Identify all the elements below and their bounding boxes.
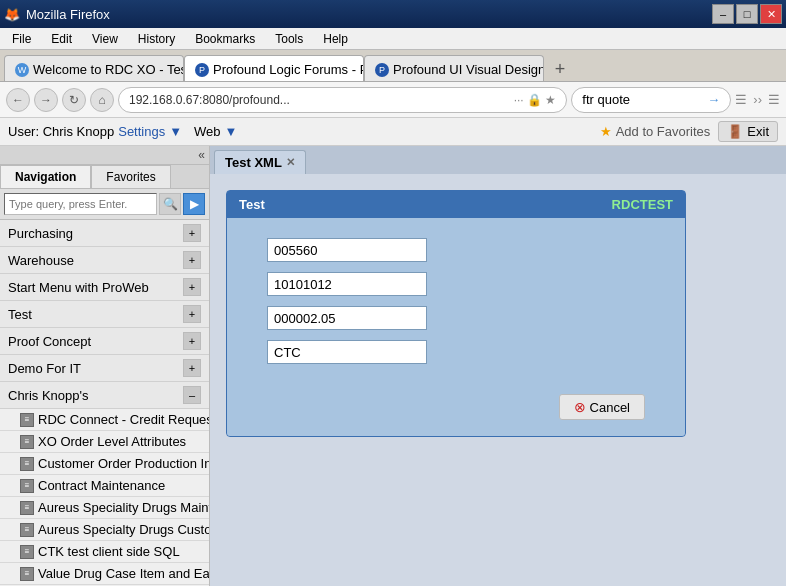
nav-group-warehouse[interactable]: Warehouse +	[0, 247, 209, 274]
form-field-3[interactable]: 000002.05	[267, 306, 427, 330]
menu-bookmarks[interactable]: Bookmarks	[187, 30, 263, 48]
nav-group-chris-knopp-expand[interactable]: –	[183, 386, 201, 404]
minimize-button[interactable]: –	[712, 4, 734, 24]
window-title: Mozilla Firefox	[26, 7, 110, 22]
list-item-xo-order[interactable]: ≡ XO Order Level Attributes	[0, 431, 209, 453]
add-to-favorites-button[interactable]: ★ Add to Favorites	[600, 124, 711, 139]
nav-group-start-menu-expand[interactable]: +	[183, 278, 201, 296]
browser-tab-profound[interactable]: P Profound Logic Forums - Post ✕	[184, 55, 364, 81]
nav-group-start-menu[interactable]: Start Menu with ProWeb +	[0, 274, 209, 301]
nav-group-test-expand[interactable]: +	[183, 305, 201, 323]
tab-favorites[interactable]: Favorites	[91, 165, 170, 188]
nav-group-warehouse-label: Warehouse	[8, 253, 74, 268]
menu-history[interactable]: History	[130, 30, 183, 48]
content-tab-bar: Test XML ✕	[210, 146, 786, 174]
web-button[interactable]: Web	[194, 124, 221, 139]
content-tab-testxml[interactable]: Test XML ✕	[214, 150, 306, 174]
search-arrow-icon: →	[707, 92, 720, 107]
nav-group-proof-concept[interactable]: Proof Concept +	[0, 328, 209, 355]
nav-group-demo-for-it[interactable]: Demo For IT +	[0, 355, 209, 382]
form-field-2[interactable]: 10101012	[267, 272, 427, 296]
nav-group-proof-concept-expand[interactable]: +	[183, 332, 201, 350]
list-item-value-drug-case[interactable]: ≡ Value Drug Case Item and Eac	[0, 563, 209, 585]
search-submit-button[interactable]: 🔍	[159, 193, 181, 215]
new-tab-button[interactable]: +	[548, 57, 572, 81]
tab-navigation[interactable]: Navigation	[0, 165, 91, 188]
address-box[interactable]: 192.168.0.67:8080/profound... ··· 🔒 ★	[118, 87, 567, 113]
cancel-icon: ⊗	[574, 399, 586, 415]
exit-icon: 🚪	[727, 124, 743, 139]
form-card-header: Test RDCTEST	[227, 191, 685, 218]
list-item-ctk-sql[interactable]: ≡ CTK test client side SQL	[0, 541, 209, 563]
search-action-button[interactable]: ▶	[183, 193, 205, 215]
nav-group-purchasing-expand[interactable]: +	[183, 224, 201, 242]
overflow-icon[interactable]: ››	[753, 92, 762, 107]
form-header-badge: RDCTEST	[612, 197, 673, 212]
list-item-icon-rdc: ≡	[20, 413, 34, 427]
nav-group-purchasing-label: Purchasing	[8, 226, 73, 241]
maximize-button[interactable]: □	[736, 4, 758, 24]
settings-button[interactable]: Settings	[118, 124, 165, 139]
list-item-aureus-maint[interactable]: ≡ Aureus Speciality Drugs Maint	[0, 497, 209, 519]
window-title-bar: 🦊 Mozilla Firefox – □ ✕	[0, 0, 786, 28]
search-box[interactable]: ftr quote →	[571, 87, 731, 113]
menu-edit[interactable]: Edit	[43, 30, 80, 48]
form-field-1[interactable]: 005560	[267, 238, 427, 262]
nav-group-purchasing[interactable]: Purchasing +	[0, 220, 209, 247]
list-item-icon-ctk: ≡	[20, 545, 34, 559]
nav-group-demo-for-it-label: Demo For IT	[8, 361, 81, 376]
reload-button[interactable]: ↻	[62, 88, 86, 112]
browser-tab-welcome[interactable]: W Welcome to RDC XO - Test ✕	[4, 55, 184, 81]
nav-items: Purchasing + Warehouse + Start Menu with…	[0, 220, 209, 586]
main-area: « Navigation Favorites 🔍 ▶ Purchasing + …	[0, 146, 786, 586]
nav-group-warehouse-expand[interactable]: +	[183, 251, 201, 269]
settings-dropdown-icon[interactable]: ▼	[169, 124, 182, 139]
form-header-label: Test	[239, 197, 265, 212]
menu-file[interactable]: File	[4, 30, 39, 48]
nav-group-chris-knopp-label: Chris Knopp's	[8, 388, 89, 403]
list-item-customer-order[interactable]: ≡ Customer Order Production Inq	[0, 453, 209, 475]
favorites-label: Add to Favorites	[616, 124, 711, 139]
menu-tools[interactable]: Tools	[267, 30, 311, 48]
list-item-contract[interactable]: ≡ Contract Maintenance	[0, 475, 209, 497]
web-dropdown-icon[interactable]: ▼	[225, 124, 238, 139]
content-body: Test RDCTEST 005560 10101012 000002.05 C…	[210, 174, 786, 586]
form-field-4[interactable]: CTC	[267, 340, 427, 364]
menu-help[interactable]: Help	[315, 30, 356, 48]
cancel-button[interactable]: ⊗ Cancel	[559, 394, 645, 420]
exit-button[interactable]: 🚪 Exit	[718, 121, 778, 142]
browser-tab-bar: W Welcome to RDC XO - Test ✕ P Profound …	[0, 50, 786, 82]
list-item-icon-xo: ≡	[20, 435, 34, 449]
left-panel: « Navigation Favorites 🔍 ▶ Purchasing + …	[0, 146, 210, 586]
nav-group-demo-for-it-expand[interactable]: +	[183, 359, 201, 377]
nav-group-proof-concept-label: Proof Concept	[8, 334, 91, 349]
nav-group-test[interactable]: Test +	[0, 301, 209, 328]
firefox-logo-icon: 🦊	[4, 7, 20, 22]
panel-header: «	[0, 146, 209, 165]
list-item-icon-contract: ≡	[20, 479, 34, 493]
list-item-rdc-connect[interactable]: ≡ RDC Connect - Credit Request	[0, 409, 209, 431]
forward-button[interactable]: →	[34, 88, 58, 112]
home-button[interactable]: ⌂	[90, 88, 114, 112]
form-card-body: 005560 10101012 000002.05 CTC	[227, 218, 685, 384]
list-item-icon-aureus-m: ≡	[20, 501, 34, 515]
nav-group-test-label: Test	[8, 307, 32, 322]
address-text: 192.168.0.67:8080/profound...	[129, 93, 290, 107]
menu-bar: File Edit View History Bookmarks Tools H…	[0, 28, 786, 50]
list-item-icon-customer: ≡	[20, 457, 34, 471]
close-button[interactable]: ✕	[760, 4, 782, 24]
back-button[interactable]: ←	[6, 88, 30, 112]
search-input[interactable]	[4, 193, 157, 215]
list-item-icon-aureus-c: ≡	[20, 523, 34, 537]
tab-icon-profound: P	[195, 63, 209, 77]
list-item-aureus-custo[interactable]: ≡ Aureus Specialty Drugs Custo	[0, 519, 209, 541]
panel-collapse-button[interactable]: «	[198, 148, 205, 162]
browser-tab-visual[interactable]: P Profound UI Visual Designer ✕	[364, 55, 544, 81]
nav-group-start-menu-label: Start Menu with ProWeb	[8, 280, 149, 295]
menu-view[interactable]: View	[84, 30, 126, 48]
menu-icon[interactable]: ☰	[768, 92, 780, 107]
content-tab-testxml-close[interactable]: ✕	[286, 156, 295, 169]
toolbar-icons: ☰ ›› ☰	[735, 92, 780, 107]
nav-group-chris-knopp[interactable]: Chris Knopp's –	[0, 382, 209, 409]
list-item-icon-value-case: ≡	[20, 567, 34, 581]
